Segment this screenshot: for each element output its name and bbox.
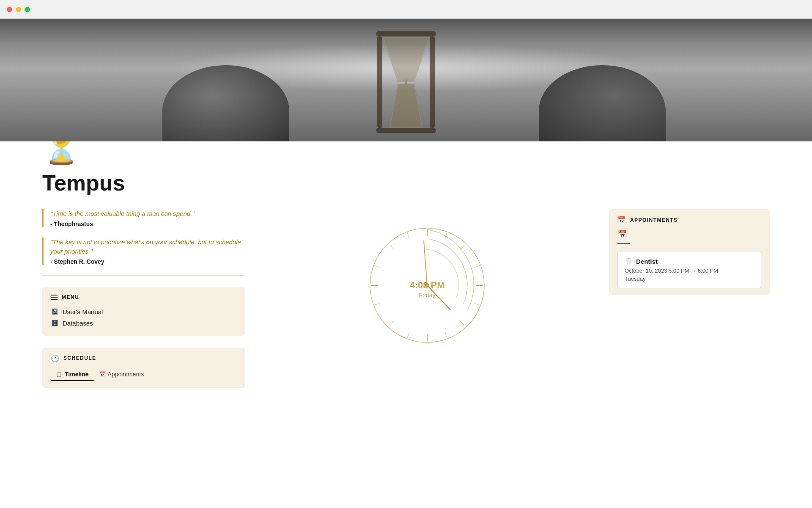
clock-time-display: 4:08 PM Friday: [409, 280, 444, 298]
svg-line-18: [460, 321, 464, 326]
divider-1: [42, 275, 245, 276]
svg-rect-1: [376, 128, 436, 133]
right-column: 📅 APPOINTMENTS 📅 🦷 Dentist October 10, 2…: [609, 209, 770, 388]
menu-header: MENU: [51, 294, 237, 300]
fullscreen-button[interactable]: [25, 7, 30, 12]
databases-icon: 🗄️: [51, 320, 58, 326]
timeline-tab-icon: 📋: [56, 371, 62, 377]
page-content: ⏳ Tempus "Time is the most valuable thin…: [0, 129, 812, 413]
appointments-filter-icon[interactable]: 📅: [617, 230, 627, 239]
appointment-time: October 10, 2023 5:00 PM → 6:00 PM: [625, 268, 754, 274]
schedule-header: 🕐 SCHEDULE: [51, 354, 237, 362]
menu-item-databases[interactable]: 🗄️ Databases: [51, 318, 237, 329]
hamburger-icon: [51, 295, 58, 300]
appointments-header: 📅 APPOINTMENTS: [617, 216, 761, 224]
svg-rect-0: [376, 31, 436, 36]
minimize-button[interactable]: [16, 7, 21, 12]
svg-line-16: [474, 265, 480, 268]
svg-line-21: [374, 265, 381, 268]
svg-point-8: [405, 79, 407, 86]
tab-appointments[interactable]: 📅 Appointments: [94, 368, 149, 381]
clock-time-text: 4:08 PM: [409, 280, 444, 291]
menu-item-databases-label: Databases: [63, 320, 93, 327]
appointments-calendar-icon: 📅: [617, 216, 626, 224]
svg-line-25: [407, 332, 409, 338]
svg-rect-3: [430, 36, 435, 128]
hero-hourglass-icon: [368, 27, 444, 141]
appointment-card-dentist[interactable]: 🦷 Dentist October 10, 2023 5:00 PM → 6:0…: [617, 251, 761, 288]
tab-appointments-label: Appointments: [108, 371, 144, 378]
appointments-tab-icon: 📅: [99, 371, 105, 377]
menu-item-users-manual-label: User's Manual: [63, 308, 103, 315]
svg-line-23: [390, 321, 394, 326]
tab-timeline[interactable]: 📋 Timeline: [51, 368, 94, 381]
appointment-name: 🦷 Dentist: [625, 257, 754, 265]
quote-1-text: "Time is the most valuable thing a man c…: [50, 209, 245, 219]
menu-section: MENU 📓 User's Manual 🗄️ Databases: [42, 287, 245, 336]
menu-item-users-manual[interactable]: 📓 User's Manual: [51, 306, 237, 318]
quote-2-text: "The key is not to prioritize what's on …: [50, 237, 245, 257]
left-column: "Time is the most valuable thing a man c…: [42, 209, 245, 388]
titlebar: [0, 0, 812, 19]
schedule-header-title: SCHEDULE: [63, 355, 96, 361]
menu-header-title: MENU: [62, 294, 79, 300]
appointments-divider: [617, 243, 630, 244]
svg-line-24: [445, 332, 447, 338]
svg-line-20: [390, 245, 394, 250]
schedule-clock-icon: 🕐: [51, 354, 59, 362]
quote-1: "Time is the most valuable thing a man c…: [42, 209, 245, 227]
schedule-tabs: 📋 Timeline 📅 Appointments: [51, 368, 237, 381]
users-manual-icon: 📓: [51, 308, 58, 315]
tab-timeline-label: Timeline: [65, 371, 89, 378]
appointment-day: Tuesday: [625, 276, 754, 282]
clock-container: 4:08 PM Friday: [359, 218, 495, 353]
schedule-section: 🕐 SCHEDULE 📋 Timeline 📅 Appointments: [42, 348, 245, 388]
svg-line-19: [407, 232, 409, 239]
svg-rect-2: [377, 36, 382, 128]
clock-day-text: Friday: [409, 292, 444, 298]
quote-2: "The key is not to prioritize what's on …: [42, 237, 245, 265]
svg-line-27: [424, 241, 427, 285]
dentist-icon: 🦷: [625, 257, 633, 265]
center-column: 4:08 PM Friday: [262, 209, 592, 388]
page-title: Tempus: [42, 170, 770, 196]
main-layout: "Time is the most valuable thing a man c…: [42, 209, 770, 413]
hero-banner: [0, 19, 812, 141]
quote-1-author: - Theophrastus: [50, 221, 245, 227]
appointments-header-title: APPOINTMENTS: [630, 217, 678, 223]
svg-line-22: [374, 303, 381, 305]
svg-marker-4: [382, 36, 430, 82]
quote-2-author: - Stephen R. Covey: [50, 258, 245, 265]
close-button[interactable]: [7, 7, 12, 12]
appointments-section: 📅 APPOINTMENTS 📅 🦷 Dentist October 10, 2…: [609, 209, 770, 295]
svg-line-17: [474, 303, 480, 305]
